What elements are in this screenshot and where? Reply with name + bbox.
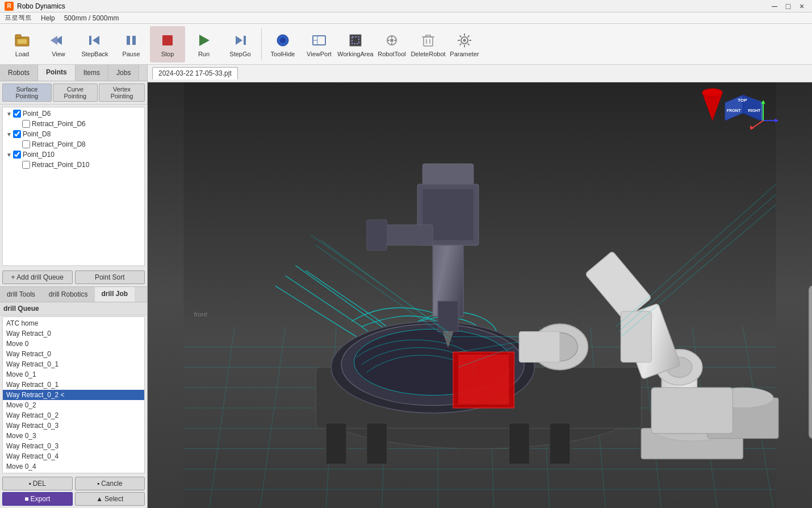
del-label: DEL — [33, 480, 46, 488]
stop-icon — [158, 31, 177, 49]
del-button[interactable]: ▪ DEL — [2, 477, 73, 490]
drill-list-item[interactable]: Way Retract_0_1 — [3, 380, 144, 390]
drill-tools-tab[interactable]: drill Tools — [0, 287, 42, 302]
workingarea-button[interactable]: WorkingArea — [338, 26, 373, 63]
titlebar-left: R Robo Dynamics — [5, 2, 65, 11]
minimize-button[interactable]: ─ — [769, 2, 780, 11]
scene-svg: TOP FRONT RIGHT front — [148, 82, 812, 508]
robottool-button[interactable]: RobotTool — [374, 26, 409, 63]
sub-tab-vertex[interactable]: Vertex Pointing — [99, 84, 145, 102]
export-label: Export — [31, 495, 51, 503]
drill-list-item[interactable]: Way Retract_0_2 < — [3, 390, 144, 400]
tree-item-retract-d8[interactable]: Retract_Point_D8 — [4, 139, 143, 149]
svg-rect-75 — [651, 388, 733, 434]
deleterobot-button[interactable]: DeleteRobot — [411, 26, 446, 63]
svg-marker-4 — [51, 36, 57, 45]
cancel-label: Cancle — [101, 480, 122, 488]
view-button[interactable]: View — [41, 26, 76, 63]
expand-icon-d8[interactable]: ▼ — [6, 131, 13, 138]
point-sort-button[interactable]: Point Sort — [75, 270, 145, 284]
drill-list-item[interactable]: Way Retract_0_3 — [3, 420, 144, 431]
drill-list-item[interactable]: Way Retract_0_2 — [3, 410, 144, 420]
parameter-icon — [455, 31, 474, 49]
drill-list-item[interactable]: Way Retract_0_4 — [3, 472, 144, 473]
viewport-header: 2024-03-22 17-05-33.pjt — [148, 65, 812, 82]
workingarea-label: WorkingArea — [337, 51, 373, 57]
check-point-d10[interactable] — [13, 151, 21, 159]
drill-list-item[interactable]: Move 0_4 — [3, 461, 144, 472]
cancel-icon: ▪ — [97, 480, 99, 488]
toolhide-label: ToolHide — [271, 51, 295, 57]
tree-item-point-d10[interactable]: ▼ Point_D10 — [4, 149, 143, 160]
export-button[interactable]: ■ Export — [2, 492, 73, 506]
tab-robots[interactable]: Robots — [0, 65, 38, 81]
viewport-label: ViewPort — [307, 51, 332, 57]
cancel-button[interactable]: ▪ Cancle — [75, 477, 145, 490]
maximize-button[interactable]: □ — [782, 2, 794, 11]
drill-list-item[interactable]: Way Retract_0_1 — [3, 359, 144, 369]
check-retract-d8[interactable] — [22, 140, 30, 148]
check-point-d6[interactable] — [13, 110, 21, 118]
tab-jobs[interactable]: Jobs — [108, 65, 139, 81]
drill-list-item[interactable]: Way Retract_0_4 — [3, 451, 144, 461]
svg-text:FRONT: FRONT — [727, 109, 741, 113]
tree-area[interactable]: ▼ Point_D6 Retract_Point_D6 ▼ Point_D8 R… — [2, 107, 145, 266]
drill-list-item[interactable]: Move 0_3 — [3, 431, 144, 441]
pause-button[interactable]: Pause — [114, 26, 149, 63]
tree-item-point-d8[interactable]: ▼ Point_D8 — [4, 129, 143, 139]
load-label: Load — [15, 51, 29, 57]
check-retract-d10[interactable] — [22, 161, 30, 169]
drill-list-item[interactable]: Move 0_2 — [3, 400, 144, 410]
viewport-button[interactable]: ViewPort — [302, 26, 337, 63]
titlebar: R Robo Dynamics ─ □ × — [0, 0, 812, 13]
svg-rect-50 — [509, 423, 529, 464]
expand-icon-d10[interactable]: ▼ — [6, 152, 13, 158]
svg-rect-51 — [550, 423, 570, 464]
drill-list-item[interactable]: Way Retract_0_3 — [3, 441, 144, 451]
menu-project[interactable]: 프로젝트 — [5, 13, 32, 23]
drill-robotics-tab[interactable]: drill Robotics — [42, 287, 95, 302]
file-tab[interactable]: 2024-03-22 17-05-33.pjt — [152, 67, 238, 80]
select-button[interactable]: ▲ Select — [75, 492, 145, 506]
drill-list-item[interactable]: Way Retract_0 — [3, 328, 144, 339]
expand-icon-d6[interactable]: ▼ — [6, 111, 13, 117]
menu-help[interactable]: Help — [41, 14, 55, 22]
stop-button[interactable]: Stop — [150, 26, 185, 63]
left-panel: Robots Points Items Jobs Surface Pointin… — [0, 65, 148, 508]
stepback-icon — [86, 31, 104, 49]
points-bottom-buttons: + Add drill Queue Point Sort — [0, 268, 147, 286]
tree-item-retract-d6[interactable]: Retract_Point_D6 — [4, 119, 143, 129]
titlebar-controls[interactable]: ─ □ × — [769, 2, 807, 11]
view-label: View — [52, 51, 65, 57]
drill-list-item[interactable]: Move 0_1 — [3, 369, 144, 380]
scene-3d[interactable]: TOP FRONT RIGHT front — [148, 82, 812, 508]
tab-points[interactable]: Points — [38, 65, 76, 81]
viewport: 2024-03-22 17-05-33.pjt — [148, 65, 812, 508]
tab-items[interactable]: Items — [76, 65, 108, 81]
drill-bottom-buttons: ▪ DEL ▪ Cancle ■ Export ▲ Select — [0, 474, 147, 508]
run-label: Run — [198, 51, 210, 57]
drill-list-item[interactable]: Move 0 — [3, 339, 144, 349]
drill-list-item[interactable]: Way Retract_0 — [3, 349, 144, 359]
load-button[interactable]: Load — [5, 26, 40, 63]
run-button[interactable]: Run — [186, 26, 221, 63]
tree-item-retract-d10[interactable]: Retract_Point_D10 — [4, 160, 143, 170]
close-button[interactable]: × — [796, 2, 807, 11]
svg-marker-95 — [775, 119, 778, 123]
drill-list[interactable]: ATC atc_home_rightATC atc7_skyATC atc7AT… — [2, 317, 145, 473]
stepgo-button[interactable]: StepGo — [223, 26, 258, 63]
sub-tab-surface[interactable]: Surface Pointing — [2, 84, 52, 102]
sub-tab-curve[interactable]: Curve Pointing — [53, 84, 98, 102]
add-drill-queue-button[interactable]: + Add drill Queue — [2, 270, 73, 284]
check-retract-d6[interactable] — [22, 120, 30, 128]
svg-text:TOP: TOP — [738, 98, 747, 103]
parameter-button[interactable]: Parameter — [447, 26, 482, 63]
toolhide-button[interactable]: ToolHide — [265, 26, 300, 63]
svg-marker-10 — [199, 35, 210, 46]
stepback-button[interactable]: StepBack — [77, 26, 112, 63]
label-point-d10: Point_D10 — [23, 151, 55, 159]
drill-list-item[interactable]: ATC home — [3, 318, 144, 328]
drill-job-tab[interactable]: drill Job — [95, 287, 135, 302]
check-point-d8[interactable] — [13, 130, 21, 138]
tree-item-point-d6[interactable]: ▼ Point_D6 — [4, 109, 143, 119]
